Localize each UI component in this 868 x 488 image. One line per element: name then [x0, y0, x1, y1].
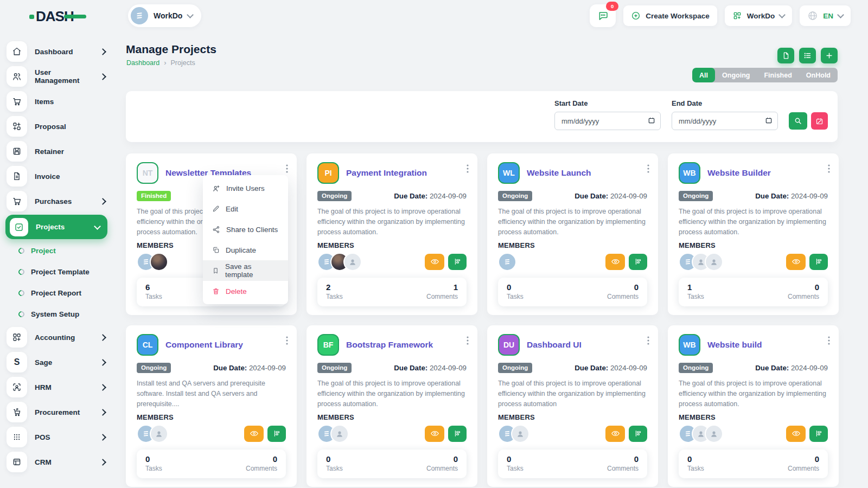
kebab-menu-icon[interactable] — [826, 334, 832, 347]
gantt-button[interactable] — [448, 254, 467, 270]
reset-filter-button[interactable] — [811, 112, 828, 130]
project-stats: 0Tasks 0Comments — [137, 450, 286, 478]
view-project-button[interactable] — [786, 254, 806, 270]
list-view-button[interactable] — [799, 48, 816, 63]
kebab-menu-icon[interactable] — [645, 162, 652, 175]
tasks-label: Tasks — [507, 292, 524, 301]
due-date: Due Date: 2024-09-09 — [755, 364, 828, 372]
project-title-link[interactable]: Bootstrap Framework — [346, 340, 433, 350]
tasks-count: 1 — [687, 282, 704, 292]
create-workspace-button[interactable]: Create Workspace — [623, 5, 717, 26]
breadcrumb-separator: › — [164, 59, 166, 67]
project-title-link[interactable]: Component Library — [165, 340, 243, 350]
menu-item-label: Duplicate — [226, 246, 256, 254]
project-title-link[interactable]: Dashboard UI — [527, 340, 582, 350]
kebab-menu-icon[interactable] — [284, 162, 290, 175]
sidebar-item-dashboard[interactable]: Dashboard — [0, 39, 114, 64]
view-project-button[interactable] — [425, 254, 444, 270]
project-card-payment-integration: PI Payment Integration Ongoing Due Date:… — [307, 153, 477, 315]
gantt-button[interactable] — [448, 426, 467, 442]
view-project-button[interactable] — [425, 426, 444, 442]
member-avatars — [679, 425, 723, 443]
due-date: Due Date: 2024-09-09 — [394, 192, 467, 200]
menu-item-share-to-clients[interactable]: Share to Clients — [203, 219, 288, 240]
member-avatars — [498, 253, 516, 271]
sidebar-item-accounting[interactable]: Accounting — [0, 325, 114, 350]
gantt-button[interactable] — [267, 426, 286, 442]
breadcrumb-dashboard-link[interactable]: Dashboard — [126, 59, 159, 67]
project-stats: 0Tasks 0Comments — [679, 450, 828, 478]
project-title-link[interactable]: Website Builder — [707, 168, 771, 178]
workspace-menu-button[interactable]: WorkDo — [725, 5, 793, 26]
sidebar-item-retainer[interactable]: Retainer — [0, 139, 114, 164]
menu-item-invite-users[interactable]: Invite Users — [203, 178, 288, 198]
eye-icon — [611, 257, 620, 266]
start-date-input[interactable] — [554, 112, 661, 130]
check-square-icon — [10, 218, 28, 236]
add-project-button[interactable] — [821, 48, 838, 63]
view-project-button[interactable] — [605, 254, 625, 270]
language-selector[interactable]: EN — [800, 5, 851, 26]
eye-icon — [792, 257, 801, 266]
sidebar-item-crm[interactable]: CRM — [0, 450, 114, 474]
menu-item-save-as-template[interactable]: Save as template — [203, 260, 288, 281]
sidebar-item-proposal[interactable]: Proposal — [0, 114, 114, 139]
comments-count: 0 — [246, 454, 277, 464]
kebab-menu-icon[interactable] — [645, 334, 652, 347]
search-icon — [794, 117, 802, 125]
sidebar-item-items[interactable]: Items — [0, 89, 114, 114]
menu-item-edit[interactable]: Edit — [203, 198, 288, 219]
filter-finished[interactable]: Finished — [757, 68, 799, 82]
tasks-count: 6 — [145, 282, 162, 292]
sidebar-item-purchases[interactable]: Purchases — [0, 189, 114, 214]
sidebar-item-user-management[interactable]: User Management — [0, 64, 114, 89]
kebab-menu-icon[interactable] — [464, 334, 471, 347]
kebab-menu-icon[interactable] — [284, 334, 290, 347]
sidebar-item-hrm[interactable]: HRM — [0, 375, 114, 400]
copy-template-button[interactable] — [777, 48, 794, 63]
list-icon — [803, 52, 812, 60]
menu-item-duplicate[interactable]: Duplicate — [203, 240, 288, 260]
project-avatar: DU — [498, 334, 520, 356]
sidebar-subitem-project[interactable]: Project — [0, 240, 114, 261]
member-avatar-workspace — [498, 253, 516, 271]
chevron-right-icon — [99, 198, 106, 205]
sidebar-item-projects[interactable]: Projects — [5, 215, 107, 239]
sidebar-item-sage[interactable]: S Sage — [0, 350, 114, 375]
workspace-selector[interactable]: WorkDo — [128, 4, 201, 27]
messages-button[interactable]: 0 — [590, 4, 616, 27]
project-title-link[interactable]: Website Launch — [527, 168, 591, 178]
due-date: Due Date: 2024-09-09 — [755, 192, 828, 200]
save-icon — [7, 141, 27, 162]
view-project-button[interactable] — [605, 426, 625, 442]
gantt-button[interactable] — [809, 254, 828, 270]
sidebar-subitem-project-template[interactable]: Project Template — [0, 261, 114, 282]
filter-all[interactable]: All — [692, 68, 715, 82]
search-button[interactable] — [789, 112, 807, 130]
view-project-button[interactable] — [244, 426, 264, 442]
sidebar-subitem-project-report[interactable]: Project Report — [0, 282, 114, 304]
kebab-menu-icon[interactable] — [464, 162, 471, 175]
kebab-menu-icon[interactable] — [826, 162, 832, 175]
sidebar-item-pos[interactable]: POS — [0, 425, 114, 450]
view-project-button[interactable] — [786, 426, 806, 442]
project-title-link[interactable]: Payment Integration — [346, 168, 427, 178]
gantt-button[interactable] — [809, 426, 828, 442]
comments-count: 1 — [426, 282, 458, 292]
gantt-button[interactable] — [629, 426, 647, 442]
end-date-input[interactable] — [672, 112, 778, 130]
member-avatar-person — [150, 425, 168, 443]
gantt-button[interactable] — [629, 254, 647, 270]
filter-ongoing[interactable]: Ongoing — [715, 68, 757, 82]
status-badge: Ongoing — [137, 363, 171, 373]
filter-onhold[interactable]: OnHold — [799, 68, 838, 82]
dash-logo[interactable]: DASH — [29, 8, 87, 25]
chevron-right-icon — [99, 73, 106, 80]
sidebar-item-invoice[interactable]: Invoice — [0, 164, 114, 189]
sidebar-subitem-system-setup[interactable]: System Setup — [0, 304, 114, 325]
sidebar-item-procurement[interactable]: Procurement — [0, 400, 114, 425]
tasks-label: Tasks — [145, 292, 162, 301]
menu-item-delete[interactable]: Delete — [203, 281, 288, 301]
bullet-icon — [17, 310, 26, 319]
project-title-link[interactable]: Website build — [707, 340, 762, 350]
